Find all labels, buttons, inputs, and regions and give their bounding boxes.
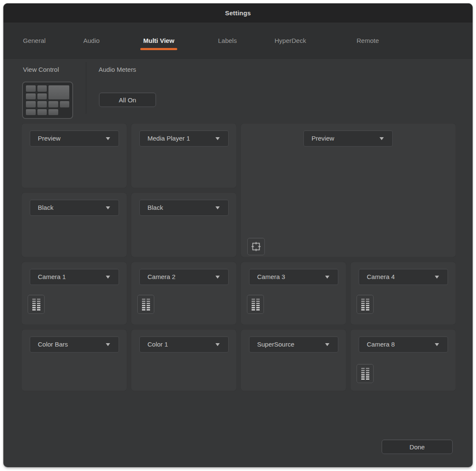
audio-meter-toggle-button[interactable] bbox=[357, 295, 374, 314]
source-dropdown-value: Color 1 bbox=[147, 337, 168, 352]
section-divider bbox=[86, 62, 86, 114]
source-dropdown-value: Color Bars bbox=[38, 337, 68, 352]
source-dropdown-8[interactable]: Camera 3 bbox=[249, 269, 338, 285]
source-dropdown-9[interactable]: Camera 4 bbox=[359, 269, 448, 285]
audio-meter-icon bbox=[361, 299, 369, 310]
safe-area-icon bbox=[250, 241, 262, 252]
multiview-cell-10: Color 1 bbox=[131, 329, 237, 391]
chevron-down-icon bbox=[215, 206, 220, 209]
audio-meter-toggle-button[interactable] bbox=[247, 295, 264, 314]
audio-meter-icon bbox=[252, 299, 260, 310]
done-button[interactable]: Done bbox=[382, 440, 453, 454]
source-dropdown-value: Preview bbox=[38, 131, 60, 146]
chevron-down-icon bbox=[325, 343, 329, 346]
safe-area-toggle-button[interactable] bbox=[247, 238, 265, 255]
source-dropdown-value: Black bbox=[38, 200, 54, 215]
source-dropdown-value: Preview bbox=[312, 131, 334, 146]
settings-window: Settings General Audio Multi View Labels… bbox=[3, 3, 473, 467]
multiview-cell-2: Media Player 1 bbox=[131, 123, 237, 188]
multiview-cell-5: Camera 1 bbox=[21, 262, 127, 325]
view-control-label: View Control bbox=[23, 66, 59, 73]
chevron-down-icon bbox=[325, 276, 329, 279]
source-dropdown-value: Camera 4 bbox=[367, 269, 395, 285]
source-dropdown-2[interactable]: Media Player 1 bbox=[139, 130, 229, 147]
audio-meter-icon bbox=[32, 299, 40, 310]
multiview-cell-8: Camera 4 bbox=[350, 262, 456, 325]
source-dropdown-3[interactable]: Preview bbox=[303, 130, 393, 147]
tab-bar: General Audio Multi View Labels HyperDec… bbox=[3, 23, 473, 59]
source-dropdown-7[interactable]: Camera 2 bbox=[139, 269, 229, 285]
multiview-cell-7: Camera 3 bbox=[241, 262, 346, 325]
tab-labels[interactable]: Labels bbox=[218, 37, 237, 45]
multiview-cell-1: Preview bbox=[21, 123, 127, 188]
chevron-down-icon bbox=[106, 276, 110, 279]
source-dropdown-12[interactable]: SuperSource bbox=[249, 336, 338, 353]
all-on-button[interactable]: All On bbox=[99, 93, 156, 107]
source-dropdown-5[interactable]: Black bbox=[139, 200, 229, 216]
chevron-down-icon bbox=[380, 137, 384, 140]
chevron-down-icon bbox=[215, 276, 220, 279]
chevron-down-icon bbox=[215, 343, 220, 346]
source-dropdown-4[interactable]: Black bbox=[30, 200, 119, 216]
audio-meter-icon bbox=[142, 299, 150, 310]
window-title: Settings bbox=[3, 3, 473, 23]
source-dropdown-value: Media Player 1 bbox=[147, 131, 190, 146]
multiview-cell-6: Camera 2 bbox=[131, 262, 237, 325]
audio-meter-icon bbox=[361, 368, 369, 380]
source-dropdown-value: Camera 2 bbox=[147, 269, 176, 285]
view-control-layout-icon bbox=[26, 85, 69, 115]
multiview-cell-12: Camera 8 bbox=[350, 329, 456, 391]
chevron-down-icon bbox=[106, 137, 110, 140]
audio-meters-label: Audio Meters bbox=[99, 66, 136, 73]
view-control-layout-button[interactable] bbox=[22, 82, 73, 119]
source-dropdown-value: Black bbox=[147, 200, 163, 215]
source-dropdown-value: SuperSource bbox=[257, 337, 295, 352]
multiview-cell-11: SuperSource bbox=[241, 329, 346, 391]
source-dropdown-11[interactable]: Color 1 bbox=[139, 336, 229, 353]
multiview-cell-4: Black bbox=[131, 192, 237, 257]
audio-meter-toggle-button[interactable] bbox=[137, 295, 154, 314]
source-dropdown-value: Camera 3 bbox=[257, 269, 285, 285]
chevron-down-icon bbox=[435, 343, 439, 346]
chevron-down-icon bbox=[435, 276, 439, 279]
audio-meter-toggle-button[interactable] bbox=[28, 295, 45, 314]
source-dropdown-6[interactable]: Camera 1 bbox=[30, 269, 119, 285]
tab-remote[interactable]: Remote bbox=[357, 37, 379, 45]
tab-multi-view[interactable]: Multi View bbox=[143, 37, 174, 45]
tab-hyperdeck[interactable]: HyperDeck bbox=[275, 37, 306, 45]
chevron-down-icon bbox=[106, 206, 110, 209]
chevron-down-icon bbox=[215, 137, 220, 140]
chevron-down-icon bbox=[106, 343, 110, 346]
source-dropdown-value: Camera 8 bbox=[367, 337, 395, 352]
tab-audio[interactable]: Audio bbox=[83, 37, 99, 45]
source-dropdown-13[interactable]: Camera 8 bbox=[359, 336, 448, 353]
multiview-cell-large-preview: Preview bbox=[241, 123, 456, 257]
source-dropdown-10[interactable]: Color Bars bbox=[30, 336, 119, 353]
source-dropdown-value: Camera 1 bbox=[38, 269, 66, 285]
multiview-cell-3: Black bbox=[21, 192, 127, 257]
multiview-cell-9: Color Bars bbox=[21, 329, 127, 391]
source-dropdown-1[interactable]: Preview bbox=[30, 130, 119, 147]
audio-meter-toggle-button[interactable] bbox=[357, 364, 374, 383]
tab-general[interactable]: General bbox=[23, 37, 45, 45]
